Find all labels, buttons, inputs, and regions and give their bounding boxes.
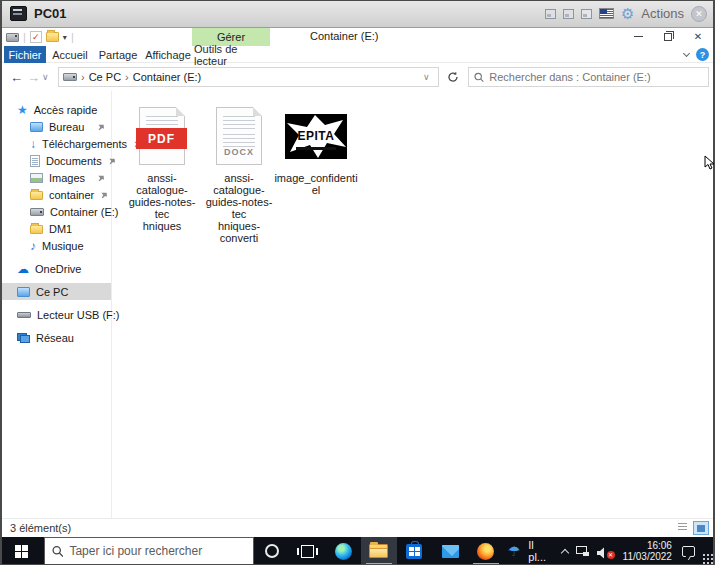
navigation-pane: ★ Accès rapide Bureau ↓ Téléchargements … <box>2 91 112 518</box>
volume-muted-icon: ✕ <box>597 545 613 558</box>
tab-partage[interactable]: Partage <box>94 46 142 63</box>
file-docx[interactable]: DOCX anssi-catalogue- guides-notes-tec h… <box>201 103 277 244</box>
explorer-window: | ✓ ▾ | Gérer Container (E:) ✕ Fichier A… <box>2 28 713 537</box>
restore-button[interactable] <box>653 28 683 45</box>
picture-icon <box>30 173 43 183</box>
quick-access-toolbar: | ✓ ▾ | <box>6 29 74 45</box>
task-view-icon <box>301 545 314 558</box>
file-pdf[interactable]: PDF anssi-catalogue- guides-notes-tec hn… <box>124 103 200 232</box>
address-bar[interactable]: › Ce PC › Container (E:) ∨ <box>58 67 439 87</box>
vm-ctrl-alt-del-icon[interactable] <box>545 9 556 19</box>
tab-fichier[interactable]: Fichier <box>4 46 46 63</box>
sidebar-item-telechargements[interactable]: ↓ Téléchargements <box>2 135 111 152</box>
mail-button[interactable] <box>432 537 468 565</box>
tab-outils-de-lecteur[interactable]: Outils de lecteur <box>194 46 270 63</box>
sidebar-item-musique[interactable]: ♪ Musique <box>2 237 111 254</box>
sidebar-item-dm1[interactable]: DM1 <box>2 220 111 237</box>
folder-icon <box>30 225 43 234</box>
drive-icon <box>6 33 19 42</box>
weather-label[interactable]: Il pl... <box>524 537 557 565</box>
start-button[interactable] <box>0 537 44 565</box>
breadcrumb-ce-pc[interactable]: Ce PC <box>89 71 121 83</box>
taskbar-search[interactable] <box>44 537 254 565</box>
sidebar-item-onedrive[interactable]: ☁ OneDrive <box>2 260 111 277</box>
sidebar-item-container-folder[interactable]: container <box>2 186 111 203</box>
sidebar-item-bureau[interactable]: Bureau <box>2 118 111 135</box>
firefox-button[interactable] <box>468 537 504 565</box>
sidebar-item-images[interactable]: Images <box>2 169 111 186</box>
sidebar-item-lecteur-usb[interactable]: Lecteur USB (F:) <box>2 306 111 323</box>
store-button[interactable] <box>397 537 433 565</box>
breadcrumb-separator: › <box>81 71 85 83</box>
gear-icon[interactable]: ⚙ <box>621 6 634 21</box>
sidebar-label: DM1 <box>49 223 72 235</box>
image-thumbnail: EPITA <box>285 114 347 159</box>
sidebar-item-acces-rapide[interactable]: ★ Accès rapide <box>2 101 111 118</box>
vm-close-icon[interactable]: ✕ <box>691 6 707 22</box>
tray-overflow-button[interactable] <box>558 537 572 565</box>
minimize-button[interactable] <box>623 28 653 45</box>
explorer-search[interactable] <box>468 67 709 87</box>
separator: | <box>23 31 26 43</box>
file-explorer-button[interactable] <box>361 537 397 565</box>
action-center-icon[interactable] <box>682 546 696 557</box>
edge-button[interactable] <box>325 537 361 565</box>
forward-icon[interactable]: → <box>25 70 42 85</box>
new-folder-icon[interactable] <box>46 32 59 42</box>
address-dropdown-icon[interactable]: ∨ <box>423 72 434 82</box>
star-icon: ★ <box>17 104 28 116</box>
cloud-icon: ☁ <box>17 263 29 275</box>
file-list: PDF anssi-catalogue- guides-notes-tec hn… <box>112 91 713 518</box>
taskbar-search-input[interactable] <box>69 544 245 558</box>
sidebar-item-ce-pc[interactable]: Ce PC <box>2 283 111 300</box>
network-status[interactable] <box>572 537 593 565</box>
close-button[interactable]: ✕ <box>683 28 713 45</box>
breadcrumb-container-e[interactable]: Container (E:) <box>133 71 201 83</box>
vm-fullscreen-icon[interactable] <box>563 9 574 19</box>
keyboard-layout-flag-icon[interactable] <box>599 8 614 19</box>
address-row: ← → ∨ ↑ › Ce PC › Container (E:) ∨ <box>2 63 713 91</box>
taskbar-clock[interactable]: 16:06 11/03/2022 <box>617 540 678 562</box>
sidebar-item-container-drive[interactable]: Container (E:) <box>2 203 111 220</box>
weather-widget[interactable]: ☂ <box>504 537 525 565</box>
vm-titlebar: PC01 ⚙ Actions ✕ <box>0 0 715 28</box>
download-icon: ↓ <box>30 138 36 150</box>
file-name: image_confidenti el <box>274 172 357 196</box>
details-view-icon[interactable] <box>676 521 690 533</box>
search-input[interactable] <box>489 71 703 83</box>
large-icons-view-icon[interactable] <box>693 521 709 535</box>
cortana-button[interactable] <box>254 537 290 565</box>
refresh-icon[interactable] <box>443 67 463 87</box>
sidebar-item-reseau[interactable]: Réseau <box>2 329 111 346</box>
ribbon-tabs: Fichier Accueil Partage Affichage Outils… <box>2 46 713 63</box>
status-bar: 3 élément(s) <box>2 518 713 537</box>
chevron-up-icon <box>560 548 568 556</box>
epita-logo-text: EPITA <box>298 129 335 143</box>
pin-icon <box>100 189 108 201</box>
windows-logo-icon <box>15 545 28 558</box>
microsoft-store-icon <box>406 544 422 559</box>
back-icon[interactable]: ← <box>8 70 25 85</box>
sidebar-label: Images <box>49 172 85 184</box>
edge-icon <box>335 543 352 560</box>
docx-badge: DOCX <box>217 147 261 157</box>
volume-status[interactable]: ✕ <box>593 537 617 565</box>
collapse-ribbon-icon[interactable] <box>683 50 690 57</box>
sidebar-label: Musique <box>42 240 84 252</box>
tab-accueil[interactable]: Accueil <box>46 46 94 63</box>
vm-screen-icon[interactable] <box>581 9 592 19</box>
qat-dropdown-icon[interactable]: ▾ <box>63 33 67 42</box>
umbrella-weather-icon: ☂ <box>508 543 521 559</box>
task-view-button[interactable] <box>290 537 326 565</box>
help-icon[interactable]: ? <box>696 48 709 61</box>
mute-badge-icon: ✕ <box>607 551 615 559</box>
properties-check-icon[interactable]: ✓ <box>30 31 42 43</box>
sidebar-item-documents[interactable]: Documents <box>2 152 111 169</box>
music-icon: ♪ <box>30 240 36 252</box>
recent-locations-icon[interactable]: ∨ <box>42 72 53 82</box>
search-icon <box>474 72 484 83</box>
tab-affichage[interactable]: Affichage <box>142 46 194 63</box>
file-image-confidentiel[interactable]: EPITA image_confidenti el <box>278 103 354 196</box>
vm-actions-menu[interactable]: Actions <box>641 6 684 21</box>
item-count: 3 élément(s) <box>10 522 71 534</box>
